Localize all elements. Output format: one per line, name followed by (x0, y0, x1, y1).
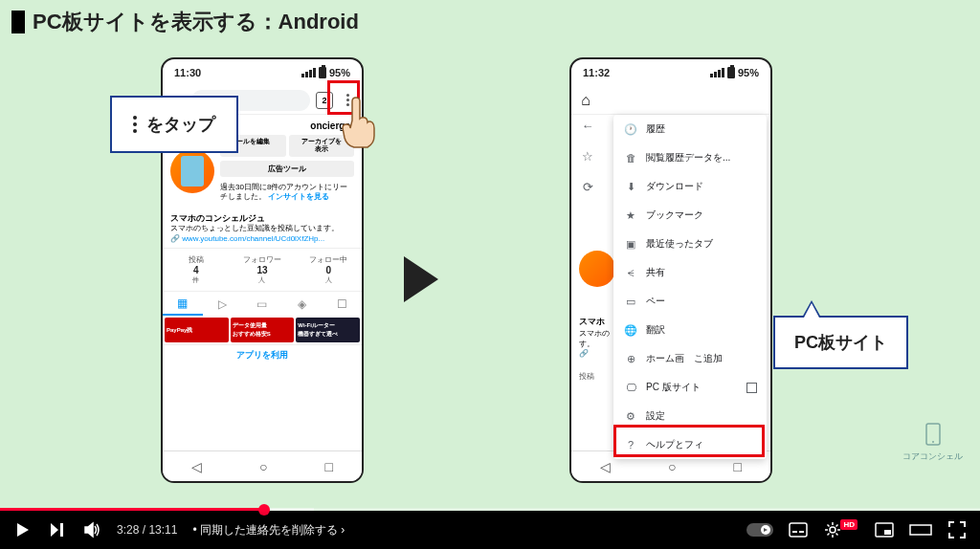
download-icon: ⬇ (623, 181, 638, 193)
callout-pc-site: PC板サイト (773, 316, 908, 369)
stat-posts[interactable]: 投稿4件 (163, 254, 229, 285)
signal-icon (710, 68, 724, 77)
person-tab-icon[interactable]: ☐ (322, 292, 362, 316)
vertical-dots-icon (133, 116, 137, 133)
menu-history[interactable]: 🕐履歴 (613, 115, 767, 143)
browser-toolbar-right: ⌂ (571, 86, 770, 115)
desktop-icon: 🖵 (623, 382, 638, 393)
ad-wifi[interactable]: Wi-Fiルーター機器すぎて選べ (296, 318, 360, 342)
bio-title: スマホのコンシェルジュ (170, 212, 354, 224)
status-indicators: 95% (710, 67, 759, 78)
svg-rect-4 (790, 523, 807, 537)
transition-arrow-icon (404, 256, 438, 302)
profile-stats: 投稿4件 フォロワー13人 フォロー中0人 (163, 248, 362, 291)
menu-downloads[interactable]: ⬇ダウンロード (613, 172, 767, 201)
menu-clear-data[interactable]: 🗑閲覧履歴データを... (613, 143, 767, 172)
profile-avatar[interactable] (170, 149, 214, 193)
status-indicators: 95% (301, 67, 350, 78)
slide-content: PC板サイトを表示する：Android 11:30 95% ⌂ 🔒 2 (0, 0, 980, 511)
next-button[interactable] (48, 520, 67, 539)
android-nav: ◁ ○ □ (163, 450, 362, 481)
slide-title: PC板サイトを表示する：Android (33, 8, 359, 36)
add-home-icon: ⊕ (623, 353, 638, 365)
play-button[interactable] (13, 520, 33, 539)
hd-badge: HD (840, 519, 858, 530)
callout-tail-icon (802, 300, 821, 318)
menu-pc-site[interactable]: 🖵PC 版サイト (613, 373, 767, 402)
menu-translate[interactable]: 🌐翻訳 (613, 316, 767, 344)
pointing-hand-icon (333, 94, 381, 151)
refresh-icon[interactable]: ⟳ (577, 176, 598, 197)
translate-icon: 🌐 (623, 324, 638, 337)
status-bar-right: 11:32 95% (571, 59, 770, 86)
back-icon[interactable]: ← (577, 115, 598, 136)
gear-icon: ⚙ (623, 410, 638, 423)
stat-following[interactable]: フォロー中0人 (296, 254, 362, 285)
trash-icon: 🗑 (623, 152, 638, 164)
grid-tab-icon[interactable]: ▦ (163, 292, 203, 316)
watermark-text: コアコンシェル (902, 450, 963, 463)
bio-link[interactable]: 🔗 www.youtube.com/channel/UCd0lXfZHp... (170, 234, 354, 245)
callout-text: をタップ (146, 113, 215, 136)
watermark-icon (919, 420, 947, 449)
menu-bookmarks[interactable]: ★ブックマーク (613, 201, 767, 230)
tagged-tab-icon[interactable]: ◈ (282, 292, 323, 316)
ad-paypay[interactable]: PayPay残 (165, 318, 229, 342)
phone-right: 11:32 95% ⌂ ← ☆ ⟳ スマホ スマホの す。 (569, 57, 772, 483)
nav-recent-icon[interactable]: □ (325, 459, 333, 474)
channel-watermark[interactable]: コアコンシェル (902, 420, 963, 463)
svg-point-7 (830, 527, 835, 533)
theater-button[interactable] (909, 522, 932, 538)
title-marker (11, 11, 25, 33)
svg-rect-5 (792, 531, 797, 533)
volume-button[interactable] (82, 520, 101, 539)
video-chapter[interactable]: • 同期した連絡先を削除する › (192, 522, 345, 538)
subtitles-button[interactable] (789, 522, 808, 538)
nav-home-icon[interactable]: ○ (259, 459, 267, 474)
bio-title-partial: スマホ (579, 316, 615, 328)
profile-tabs: ▦ ▷ ▭ ◈ ☐ (163, 291, 362, 316)
svg-point-1 (932, 441, 934, 443)
checkbox-icon[interactable] (746, 383, 757, 393)
guide-tab-icon[interactable]: ▭ (242, 292, 282, 316)
tabs-icon: ▣ (623, 238, 638, 251)
battery-percent: 95% (329, 67, 350, 78)
nav-back-icon[interactable]: ◁ (191, 459, 202, 474)
menu-recent-tabs[interactable]: ▣最近使ったタブ (613, 230, 767, 258)
nav-recent-icon[interactable]: □ (734, 459, 742, 474)
home-icon[interactable]: ⌂ (577, 92, 594, 109)
menu-page[interactable]: ▭ペー (613, 287, 767, 316)
video-time: 3:28 / 13:11 (117, 523, 177, 537)
star-icon[interactable]: ☆ (577, 145, 598, 166)
signal-icon (301, 68, 316, 77)
bio-text2-partial: す。 (579, 339, 615, 349)
svg-rect-10 (910, 525, 931, 535)
battery-icon (319, 67, 326, 78)
highlight-pc-site (613, 425, 765, 457)
status-time: 11:30 (174, 67, 201, 78)
bio-section: スマホのコンシェルジュ スマホのちょっとした豆知識を投稿しています。 🔗 www… (163, 209, 362, 249)
settings-button[interactable]: HD (823, 520, 859, 539)
fullscreen-button[interactable] (947, 520, 967, 539)
miniplayer-button[interactable] (875, 522, 894, 538)
menu-share[interactable]: ⪪共有 (613, 258, 767, 287)
svg-rect-6 (799, 531, 804, 533)
menu-add-home[interactable]: ⊕ホーム画 こ追加 (613, 344, 767, 373)
ad-tools-button[interactable]: 広告ツール (220, 161, 354, 177)
callout-tap-menu: をタップ (110, 96, 238, 153)
bio-text: スマホのちょっとした豆知識を投稿しています。 (170, 224, 354, 234)
reels-tab-icon[interactable]: ▷ (203, 292, 243, 316)
nav-home-icon[interactable]: ○ (668, 459, 676, 474)
insight-text: 過去30日間に8件のアカウントにリーチしました。 インサイトを見る (220, 183, 354, 203)
nav-back-icon[interactable]: ◁ (600, 459, 611, 474)
bio-text-partial: スマホの (579, 328, 615, 339)
page-icon: ▭ (623, 296, 638, 308)
autoplay-toggle[interactable] (746, 523, 773, 537)
history-icon: 🕐 (623, 123, 638, 136)
bio-link-partial: 🔗 (579, 349, 615, 358)
slide-title-bar: PC板サイトを表示する：Android (11, 8, 359, 36)
ad-data[interactable]: データ使用量おすすめ格安S (231, 318, 295, 342)
status-time: 11:32 (583, 67, 610, 78)
use-app-button[interactable]: アプリを利用 (163, 344, 362, 365)
stat-followers[interactable]: フォロワー13人 (229, 254, 295, 285)
